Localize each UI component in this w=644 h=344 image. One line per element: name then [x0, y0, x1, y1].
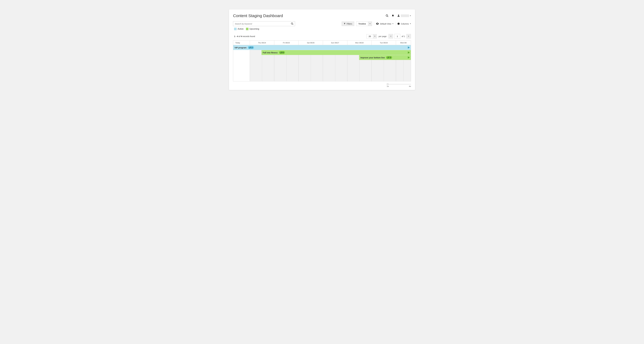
filters-label: Filters: [347, 23, 352, 25]
records-total: 4: [241, 35, 242, 37]
event-title: Fall into fitness: [263, 51, 278, 54]
toolbar-row: Filters Timeline Default View Columns: [233, 21, 411, 26]
event-title: VIP program: [234, 46, 246, 49]
zoom-labels: 1w 4w: [387, 85, 411, 87]
zoom-slider[interactable]: 1w 4w: [387, 83, 411, 87]
legend-upcoming: Upcoming: [246, 28, 259, 30]
user-menu[interactable]: admin: [397, 14, 411, 17]
gear-icon: [397, 22, 400, 25]
chevron-down-icon: [370, 23, 370, 24]
search-submit-icon[interactable]: [290, 22, 295, 25]
records-range: 1 - 4: [234, 35, 238, 37]
swatch-upcoming: [246, 28, 248, 30]
pager-right: 20 per page of 1: [366, 34, 411, 38]
legend-active: Active: [234, 28, 244, 30]
search-input[interactable]: [233, 23, 290, 25]
divider: [395, 22, 396, 25]
arrow-right-icon: [408, 51, 410, 54]
svg-point-2: [291, 23, 293, 24]
page-title: Content Staging Dashboard: [233, 13, 283, 18]
legend-active-label: Active: [238, 28, 244, 30]
timeline-header: Today Thu 09/24Fri 09/25Sat 09/26Sun 09/…: [233, 40, 411, 45]
timeline-bars: VIP program2Fall into fitness6Improve yo…: [233, 45, 411, 81]
chevron-down-icon: [410, 15, 411, 16]
default-view-button[interactable]: Default View: [376, 23, 394, 25]
link-icon: [280, 52, 282, 53]
chevron-down-icon: [410, 23, 411, 24]
arrow-right-icon: [408, 46, 410, 49]
next-page-button[interactable]: [406, 34, 411, 38]
event-count-badge: 2: [248, 46, 254, 49]
link-icon: [249, 47, 251, 48]
event-count-badge: 3: [386, 56, 392, 59]
timeline-event-bar[interactable]: Fall into fitness6: [262, 50, 411, 55]
eye-icon: [376, 23, 379, 25]
records-found: 1 - 4 of 4 records found: [233, 35, 255, 37]
view-mode-select[interactable]: Timeline: [356, 21, 372, 26]
filters-button[interactable]: Filters: [342, 21, 354, 26]
header-row: Content Staging Dashboard admin: [233, 13, 411, 18]
toolbar-right: Filters Timeline Default View Columns: [342, 21, 411, 26]
legend: Active Upcoming: [233, 28, 411, 30]
columns-label: Columns: [401, 23, 409, 25]
timeline-event-bar[interactable]: VIP program2: [233, 45, 411, 50]
page-input[interactable]: [394, 34, 400, 38]
zoom-track: [387, 84, 411, 84]
user-icon: [397, 14, 400, 17]
timeline-col-day: Thu 09/24: [250, 40, 274, 45]
notifications-icon[interactable]: [392, 14, 394, 17]
of-pages: of 1: [402, 35, 405, 37]
per-page-label: per page: [378, 35, 386, 37]
prev-page-button[interactable]: [388, 34, 393, 38]
default-view-label: Default View: [380, 23, 391, 25]
zoom-row: 1w 4w: [233, 83, 411, 87]
svg-line-1: [388, 16, 388, 17]
zoom-min-label: 1w: [387, 85, 389, 87]
per-page-value: 20: [366, 34, 373, 38]
legend-upcoming-label: Upcoming: [250, 28, 259, 30]
chevron-right-icon: [408, 35, 409, 37]
timeline-col-day: Tue 09/29: [372, 40, 396, 45]
svg-point-0: [386, 15, 388, 16]
event-title: Improve your bottom line: [360, 56, 385, 59]
per-page-select[interactable]: 20: [366, 34, 377, 38]
user-name: admin: [401, 14, 409, 17]
pager-row: 1 - 4 of 4 records found 20 per page of …: [233, 34, 411, 38]
timeline-event-bar[interactable]: Improve your bottom line3: [359, 55, 411, 60]
search-icon[interactable]: [386, 14, 388, 17]
timeline-col-day: Sun 09/27: [323, 40, 347, 45]
timeline-col-day: Sat 09/26: [298, 40, 323, 45]
chevron-down-icon: [392, 23, 394, 24]
view-mode-toggle[interactable]: [368, 21, 372, 26]
zoom-handle[interactable]: [387, 83, 388, 85]
per-page-toggle[interactable]: [373, 34, 377, 38]
timeline-col-day: Wed 09/: [396, 40, 411, 45]
link-icon: [387, 57, 389, 58]
page-nav: of 1: [388, 34, 411, 38]
search-box: [233, 21, 295, 26]
timeline: Today Thu 09/24Fri 09/25Sat 09/26Sun 09/…: [233, 40, 411, 81]
timeline-col-day: Fri 09/25: [274, 40, 299, 45]
event-count-badge: 6: [279, 51, 285, 54]
funnel-icon: [344, 23, 346, 25]
chevron-left-icon: [390, 35, 392, 37]
view-mode-label: Timeline: [356, 21, 368, 26]
timeline-body[interactable]: VIP program2Fall into fitness6Improve yo…: [233, 45, 411, 81]
columns-button[interactable]: Columns: [397, 22, 411, 25]
timeline-col-day: Mon 09/28: [347, 40, 372, 45]
svg-line-3: [292, 24, 293, 25]
dashboard-card: Content Staging Dashboard admin: [229, 9, 415, 90]
chevron-down-icon: [374, 36, 375, 37]
swatch-active: [234, 28, 236, 30]
header-actions: admin: [386, 14, 411, 17]
zoom-max-label: 4w: [409, 85, 411, 87]
timeline-col-today: Today: [233, 40, 250, 45]
arrow-right-icon: [408, 56, 410, 59]
